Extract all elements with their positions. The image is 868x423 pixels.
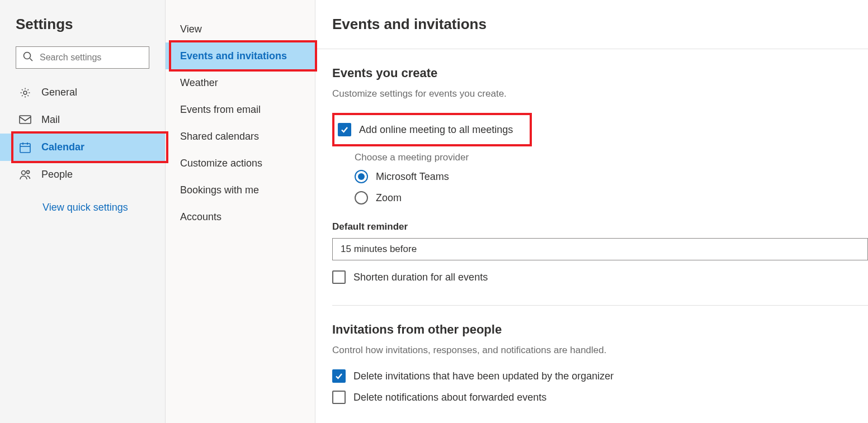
settings-title: Settings — [16, 16, 149, 33]
subnav-item-events-from-email[interactable]: Events from email — [166, 96, 315, 123]
sidebar-item-label: General — [41, 87, 77, 98]
delete-forwarded-label: Delete notifications about forwarded eve… — [353, 392, 546, 403]
add-online-meeting-label: Add online meeting to all meetings — [359, 124, 513, 136]
subnav-label: Customize actions — [180, 158, 262, 169]
add-online-meeting-checkbox[interactable] — [338, 123, 351, 136]
delete-updated-row: Delete invitations that have been update… — [332, 369, 868, 383]
search-wrapper — [16, 46, 149, 69]
calendar-icon — [19, 141, 31, 154]
default-reminder-label: Default reminder — [332, 221, 868, 232]
shorten-duration-label: Shorten duration for all events — [353, 272, 488, 283]
svg-rect-3 — [20, 116, 31, 123]
subnav-label: Shared calendars — [180, 131, 259, 142]
sidebar-item-label: People — [41, 169, 73, 180]
subnav-item-events-invitations[interactable]: Events and invitations — [166, 42, 315, 69]
provider-label: Microsoft Teams — [376, 171, 449, 183]
subnav-item-weather[interactable]: Weather — [166, 69, 315, 96]
subnav-label: Events and invitations — [180, 50, 287, 62]
subnav-label: Accounts — [180, 211, 221, 223]
people-icon — [19, 169, 31, 181]
page-title: Events and invitations — [332, 16, 868, 33]
subnav-item-shared-calendars[interactable]: Shared calendars — [166, 123, 315, 150]
divider — [315, 49, 868, 49]
meeting-provider-group: Choose a meeting provider Microsoft Team… — [355, 152, 868, 205]
svg-rect-4 — [20, 144, 30, 153]
divider — [332, 305, 868, 306]
provider-label: Zoom — [376, 192, 402, 204]
subnav-item-accounts[interactable]: Accounts — [166, 203, 315, 230]
delete-updated-checkbox[interactable] — [332, 369, 346, 383]
search-input[interactable] — [16, 46, 149, 69]
shorten-duration-checkbox[interactable] — [332, 270, 346, 284]
subnav-label: Events from email — [180, 104, 261, 116]
provider-teams-row: Microsoft Teams — [355, 170, 868, 183]
provider-teams-radio[interactable] — [355, 170, 368, 183]
subnav-label: Weather — [180, 77, 218, 89]
settings-subnav: View Events and invitations Weather Even… — [166, 0, 315, 423]
subnav-label: View — [180, 23, 202, 35]
default-reminder-select[interactable]: 15 minutes before — [332, 238, 868, 260]
svg-line-1 — [30, 59, 33, 61]
sidebar-item-label: Calendar — [41, 141, 84, 153]
settings-sidebar: Settings General Mail Calendar People Vi… — [0, 0, 166, 423]
delete-forwarded-checkbox[interactable] — [332, 391, 346, 404]
svg-point-11 — [22, 170, 26, 174]
delete-forwarded-row: Delete notifications about forwarded eve… — [332, 391, 868, 404]
shorten-duration-row: Shorten duration for all events — [332, 270, 868, 284]
sidebar-item-mail[interactable]: Mail — [0, 106, 165, 134]
subnav-item-bookings[interactable]: Bookings with me — [166, 177, 315, 203]
section-invitations-title: Invitations from other people — [332, 322, 868, 337]
mail-icon — [19, 114, 31, 126]
highlight-box — [11, 131, 168, 163]
subnav-item-customize-actions[interactable]: Customize actions — [166, 150, 315, 177]
subnav-item-view[interactable]: View — [166, 16, 315, 42]
gear-icon — [19, 87, 31, 99]
add-online-meeting-row: Add online meeting to all meetings — [338, 123, 513, 136]
sidebar-item-label: Mail — [41, 114, 60, 126]
sidebar-item-calendar[interactable]: Calendar — [0, 134, 165, 161]
highlight-box: Add online meeting to all meetings — [332, 113, 532, 146]
provider-zoom-radio[interactable] — [355, 191, 368, 205]
search-icon — [22, 51, 34, 64]
svg-point-12 — [26, 170, 29, 173]
settings-main-panel: Events and invitations Events you create… — [315, 0, 868, 423]
sidebar-item-general[interactable]: General — [0, 79, 165, 106]
section-events-create-title: Events you create — [332, 66, 868, 80]
meeting-provider-title: Choose a meeting provider — [355, 152, 868, 163]
delete-updated-label: Delete invitations that have been update… — [353, 370, 614, 382]
svg-point-2 — [23, 91, 27, 94]
subnav-label: Bookings with me — [180, 184, 259, 196]
default-reminder-value: 15 minutes before — [341, 244, 417, 255]
section-events-create-desc: Customize settings for events you create… — [332, 88, 868, 99]
view-quick-settings-link[interactable]: View quick settings — [43, 202, 165, 213]
provider-zoom-row: Zoom — [355, 191, 868, 205]
svg-point-0 — [24, 53, 31, 59]
sidebar-item-people[interactable]: People — [0, 161, 165, 188]
section-invitations-desc: Control how invitations, responses, and … — [332, 345, 868, 356]
